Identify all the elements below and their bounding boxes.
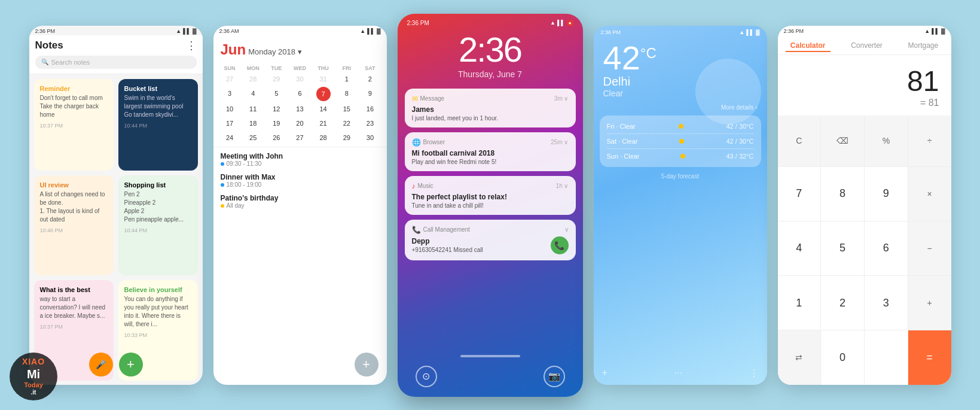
cal-day-11[interactable]: 11	[242, 102, 265, 116]
note-ui-review[interactable]: UI review A list of changes need to be d…	[34, 175, 114, 275]
cal-day-12[interactable]: 12	[265, 102, 288, 116]
cal-day-22[interactable]: 22	[335, 117, 358, 130]
cal-status-bar: 2:36 AM ▲ ▌▌ ▓	[213, 26, 387, 35]
cal-day-10[interactable]: 10	[218, 102, 242, 116]
lockscreen-status: 2:36 PM ▲ ▌▌ ●	[398, 14, 583, 26]
note-shopping-time: 10:44 PM	[124, 227, 192, 233]
calc-btn-divide[interactable]: ÷	[908, 116, 951, 166]
battery-icon: ▓	[193, 28, 197, 34]
cal-day-prev-30[interactable]: 30	[288, 72, 312, 86]
ls-notification-call[interactable]: 📞 Call Management ∨ Depp +91630542241 Mi…	[405, 220, 576, 260]
calc-btn-equals[interactable]: =	[908, 330, 951, 384]
cal-day-28[interactable]: 28	[312, 131, 335, 144]
calc-btn-plus[interactable]: +	[908, 276, 951, 330]
cal-day-13[interactable]: 13	[288, 102, 312, 116]
cal-day-9[interactable]: 9	[358, 87, 381, 101]
calc-btn-backspace[interactable]: ⌫	[821, 116, 864, 166]
cal-day-5[interactable]: 5	[265, 87, 288, 101]
note-believe-body: You can do anything if you really put yo…	[124, 295, 192, 329]
calc-btn-2[interactable]: 2	[821, 276, 864, 330]
cal-battery-icon: ▓	[377, 28, 381, 34]
ls-msg-body: I just landed, meet you in 1 hour.	[412, 115, 569, 122]
cal-event-meeting[interactable]: Meeting with John 09:30 - 11:30	[221, 152, 380, 167]
cal-day-7-today[interactable]: 7	[316, 87, 331, 101]
calc-btn-9[interactable]: 9	[865, 167, 908, 221]
calc-btn-4[interactable]: 4	[778, 221, 821, 275]
cal-day-21[interactable]: 21	[312, 117, 335, 130]
cal-day-25[interactable]: 25	[242, 131, 265, 144]
cal-day-6[interactable]: 6	[288, 87, 312, 101]
cal-day-3[interactable]: 3	[218, 87, 242, 101]
cal-event-birthday-time: All day	[221, 202, 380, 209]
ls-music-header: ♪ Music 1h ∨	[412, 182, 569, 190]
cal-day-4[interactable]: 4	[242, 87, 265, 101]
calc-btn-3[interactable]: 3	[865, 276, 908, 330]
calc-btn-5[interactable]: 5	[821, 221, 864, 275]
cal-day-26[interactable]: 26	[265, 131, 288, 144]
tab-calculator[interactable]: Calculator	[786, 40, 831, 52]
cal-day-2[interactable]: 2	[358, 72, 381, 86]
cal-day-18[interactable]: 18	[242, 117, 265, 130]
cal-event-birthday-title: Patino's birthday	[221, 194, 380, 202]
calc-btn-0[interactable]: 0	[821, 330, 864, 384]
cal-day-27[interactable]: 27	[288, 131, 312, 144]
cal-day-23[interactable]: 23	[358, 117, 381, 130]
note-shopping[interactable]: Shopping list Pen 2Pineapple 2Apple 2Pen…	[118, 175, 198, 275]
cal-day-15[interactable]: 15	[335, 102, 358, 116]
calc-btn-minus[interactable]: −	[908, 221, 951, 275]
calc-btn-8[interactable]: 8	[821, 167, 864, 221]
calc-btn-multiply[interactable]: ×	[908, 167, 951, 221]
tab-mortgage[interactable]: Mortgage	[903, 40, 943, 52]
weather-dots-icon[interactable]: ···	[674, 368, 682, 378]
cal-day-20[interactable]: 20	[288, 117, 312, 130]
calc-btn-currency[interactable]: ⇄	[778, 330, 821, 384]
cal-day-30[interactable]: 30	[358, 131, 381, 144]
cal-day-8[interactable]: 8	[335, 87, 358, 101]
tab-converter[interactable]: Converter	[846, 40, 887, 52]
cal-day-29[interactable]: 29	[335, 131, 358, 144]
ls-camera-btn[interactable]: 📷	[544, 366, 565, 387]
ls-notification-browser[interactable]: 🌐 Browser 25m ∨ Mi football carnival 201…	[405, 132, 576, 171]
cal-event-meeting-time: 09:30 - 11:30	[221, 160, 380, 167]
ls-call-back-btn[interactable]: 📞	[551, 236, 569, 254]
ls-notification-message[interactable]: ✉ Message 3m ∨ James I just landed, meet…	[405, 89, 576, 127]
cal-add-fab[interactable]: +	[355, 353, 378, 376]
note-reminder-body: Don't forget to call momTake the charger…	[40, 94, 108, 119]
note-bucket[interactable]: Bucket list Swim in the world's largest …	[118, 79, 198, 171]
cal-day-prev-28[interactable]: 28	[242, 72, 265, 86]
cal-event-birthday[interactable]: Patino's birthday All day	[221, 194, 380, 209]
ls-msg-time: 3m ∨	[554, 95, 569, 102]
calc-btn-6[interactable]: 6	[865, 221, 908, 275]
cal-day-14[interactable]: 14	[312, 102, 335, 116]
cal-day-1[interactable]: 1	[335, 72, 358, 86]
ls-flashlight-btn[interactable]: ⊙	[416, 366, 437, 387]
calc-btn-clear[interactable]: C	[778, 116, 821, 166]
notes-mic-fab[interactable]: 🎤	[89, 353, 113, 376]
cal-day-19[interactable]: 19	[265, 117, 288, 130]
cal-day-prev-31[interactable]: 31	[312, 72, 335, 86]
calc-btn-percent[interactable]: %	[865, 116, 908, 166]
calc-status-bar: 2:36 PM ▲ ▌▌ ▓	[778, 26, 951, 35]
lockscreen-clock: 2:36	[398, 32, 583, 67]
cal-header: Jun Monday 2018 ▾	[213, 35, 387, 63]
ls-browser-header: 🌐 Browser 25m ∨	[412, 138, 569, 147]
cal-event-dinner[interactable]: Dinner with Max 18:00 - 19:00	[221, 173, 380, 188]
ls-notification-music[interactable]: ♪ Music 1h ∨ The perfect playlist to rel…	[405, 176, 576, 215]
weather-menu-icon[interactable]: ⋮	[749, 368, 759, 379]
weather-add-icon[interactable]: +	[602, 368, 607, 378]
cal-status-icons: ▲ ▌▌ ▓	[360, 28, 380, 34]
cal-day-24[interactable]: 24	[218, 131, 242, 144]
calc-btn-1[interactable]: 1	[778, 276, 821, 330]
note-reminder[interactable]: Reminder Don't forget to call momTake th…	[34, 79, 114, 171]
xiaomi-today-watermark: XIAO Mi Today .it	[10, 353, 57, 400]
cal-day-16[interactable]: 16	[358, 102, 381, 116]
notes-menu-icon[interactable]: ⋮	[186, 39, 197, 52]
cal-day-17[interactable]: 17	[218, 117, 242, 130]
calc-btn-7[interactable]: 7	[778, 167, 821, 221]
cal-event-meeting-title: Meeting with John	[221, 152, 380, 160]
notes-search-bar[interactable]: 🔍 Search notes	[35, 56, 197, 69]
cal-day-prev-27[interactable]: 27	[218, 72, 242, 86]
cal-day-prev-29[interactable]: 29	[265, 72, 288, 86]
notes-add-fab[interactable]: +	[119, 353, 143, 376]
calc-btn-dot[interactable]	[865, 330, 908, 384]
